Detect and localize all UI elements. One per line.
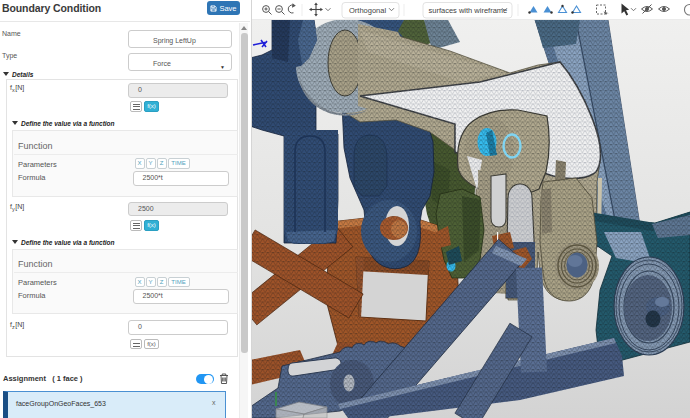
svg-text:surfaces with wireframe: surfaces with wireframe [429,6,508,15]
svg-text:Orthogonal: Orthogonal [349,6,386,15]
